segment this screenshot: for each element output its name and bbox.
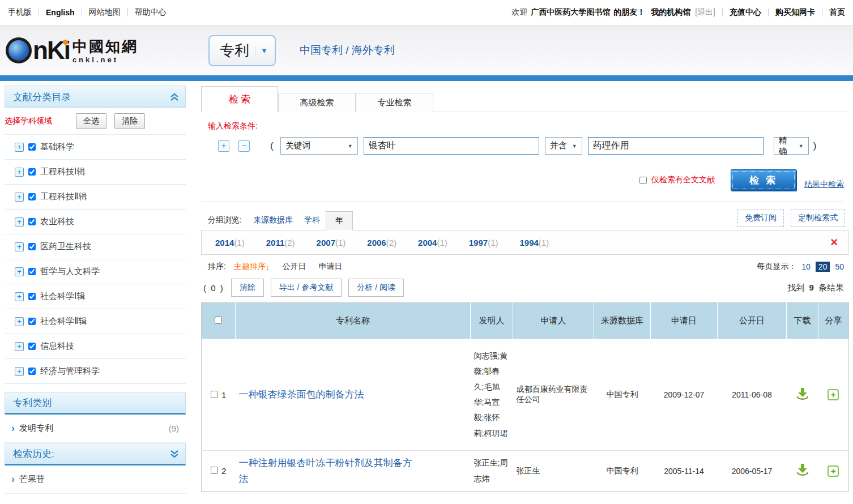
row-checkbox[interactable] [211,391,218,398]
category-checkbox[interactable] [28,368,36,375]
expand-plus-icon[interactable]: + [15,217,24,227]
col-share: 分享 [818,303,849,339]
expand-plus-icon[interactable]: + [15,292,24,301]
tab-professional-search[interactable]: 专业检索 [356,93,433,112]
category-checkbox[interactable] [28,193,36,200]
link-my-library[interactable]: 我的机构馆 [651,7,690,18]
tab-advanced-search[interactable]: 高级检索 [278,93,356,112]
download-icon[interactable] [796,463,809,477]
expand-down-icon[interactable] [169,449,180,458]
category-item[interactable]: + 基础科学 [5,135,186,160]
link-help-center[interactable]: 帮助中心 [135,7,167,18]
page-size-50[interactable]: 50 [835,262,844,271]
category-checkbox[interactable] [28,243,36,250]
group-tab-year[interactable]: 年 [326,211,353,230]
category-item[interactable]: + 经济与管理科学 [5,359,186,384]
group-link-subject[interactable]: 学科 [298,215,326,230]
expand-plus-icon[interactable]: + [15,317,24,326]
year-filter[interactable]: 1997(1) [469,238,498,247]
year-filter[interactable]: 2007(1) [317,238,346,247]
patent-type-count: (9) [169,424,179,433]
link-buy-cnki-card[interactable]: 购买知网卡 [775,7,815,18]
search-in-results-link[interactable]: 结果中检索 [804,180,844,190]
history-item[interactable]: › 芒果苷 [5,465,186,494]
clear-selected-button[interactable]: 清除 [231,279,264,297]
expand-plus-icon[interactable]: + [15,367,24,376]
close-filter-icon[interactable]: × [830,237,838,248]
link-sitemap[interactable]: 网站地图 [89,7,121,18]
apply-date-cell: 2005-11-14 [651,451,718,492]
patent-type-item[interactable]: › 发明专利 (9) [5,415,186,443]
expand-plus-icon[interactable]: + [15,342,24,351]
download-icon[interactable] [796,387,809,401]
custom-search-button[interactable]: 定制检索式 [791,210,845,227]
page-size-label: 每页显示： [757,262,796,272]
year-filter[interactable]: 2014(1) [215,238,245,247]
remove-condition-button[interactable]: − [238,140,250,152]
category-checkbox[interactable] [28,343,36,350]
search-button[interactable]: 检 索 [731,169,796,191]
page-size-20[interactable]: 20 [816,262,830,272]
category-item[interactable]: + 农业科技 [5,210,186,234]
operator-select[interactable]: 并含 ▼ [545,137,582,155]
page-size-10[interactable]: 10 [801,262,811,271]
category-item[interactable]: + 医药卫生科技 [5,234,186,259]
divider [82,8,82,16]
category-checkbox[interactable] [28,168,36,176]
analyze-read-button[interactable]: 分析 / 阅读 [348,279,404,297]
category-item[interactable]: + 社会科学Ⅱ辑 [5,309,186,334]
link-home[interactable]: 首页 [829,7,845,18]
category-item[interactable]: + 工程科技Ⅰ辑 [5,160,186,185]
tab-search[interactable]: 检 索 [201,86,278,112]
select-all-button[interactable]: 全选 [76,113,106,129]
fulltext-only-checkbox[interactable] [639,177,647,184]
link-overseas-patent[interactable]: 海外专利 [352,44,395,56]
expand-plus-icon[interactable]: + [15,143,24,152]
keyword1-input[interactable] [364,137,539,155]
cnki-logo[interactable]: nKi 中國知網 cnki.net [6,37,193,64]
category-item[interactable]: + 社会科学Ⅰ辑 [5,284,186,309]
match-select[interactable]: 精确 ▼ [774,137,809,155]
expand-plus-icon[interactable]: + [15,267,24,276]
search-tabs: 检 索 高级检索 专业检索 [201,86,848,112]
row-checkbox[interactable] [211,467,218,474]
link-china-patent[interactable]: 中国专利 [300,44,343,56]
sort-by-apply-date[interactable]: 申请日 [318,262,342,272]
category-checkbox[interactable] [28,268,36,275]
share-add-icon[interactable]: + [828,389,839,400]
year-filter[interactable]: 2006(2) [367,238,396,247]
select-all-rows-checkbox[interactable] [215,317,222,324]
expand-plus-icon[interactable]: + [15,168,24,177]
expand-plus-icon[interactable]: + [15,193,24,202]
category-item[interactable]: + 哲学与人文科学 [5,259,186,284]
export-references-button[interactable]: 导出 / 参考文献 [271,279,342,297]
year-filter[interactable]: 2004(1) [418,238,447,247]
category-item[interactable]: + 信息科技 [5,334,186,359]
patent-title-link[interactable]: 一种银杏绿茶面包的制备方法 [239,387,364,402]
field-select[interactable]: 关键词 ▼ [280,137,358,155]
table-row: 2 一种注射用银杏叶冻干粉针剂及其制备方法 张正生;周志炜 张正生 中国专利 2… [202,451,849,492]
link-mobile-version[interactable]: 手机版 [8,7,32,18]
link-english[interactable]: English [46,8,75,17]
category-checkbox[interactable] [28,143,36,151]
product-dropdown[interactable]: 专利 ▼ [208,35,276,66]
group-link-database[interactable]: 来源数据库 [248,215,298,230]
category-checkbox[interactable] [28,318,36,325]
add-condition-button[interactable]: + [218,140,229,152]
free-subscribe-button[interactable]: 免费订阅 [737,210,784,227]
sort-by-publish-date[interactable]: 公开日 [282,262,306,272]
link-recharge-center[interactable]: 充值中心 [730,7,761,18]
year-filter[interactable]: 1994(1) [519,238,549,247]
collapse-up-icon[interactable] [169,92,180,101]
link-logout[interactable]: [退出] [695,7,715,18]
category-item[interactable]: + 工程科技Ⅱ辑 [5,185,186,210]
sort-by-topic[interactable]: 主题排序 [234,262,266,272]
expand-plus-icon[interactable]: + [15,242,24,251]
patent-title-link[interactable]: 一种注射用银杏叶冻干粉针剂及其制备方法 [239,455,415,486]
keyword2-input[interactable] [588,137,764,155]
category-checkbox[interactable] [28,293,36,300]
year-filter[interactable]: 2011(2) [266,238,295,247]
clear-selection-button[interactable]: 清除 [114,113,145,129]
share-add-icon[interactable]: + [828,465,839,477]
category-checkbox[interactable] [28,218,36,225]
